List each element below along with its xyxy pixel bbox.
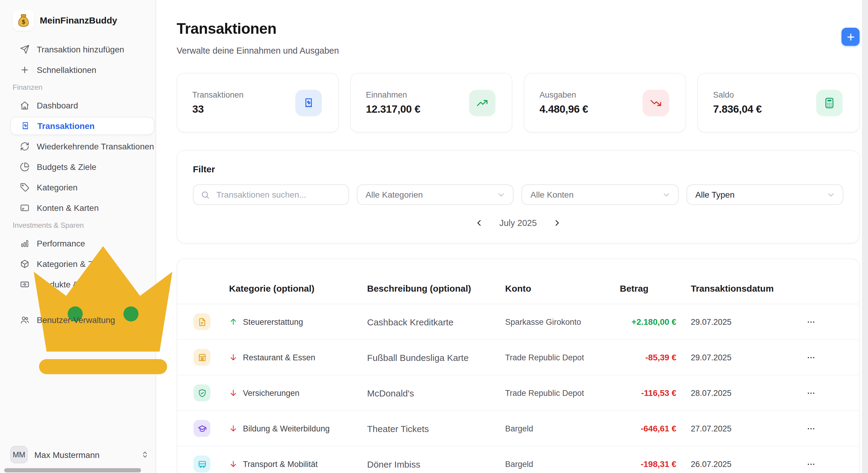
stats-row: Transaktionen 33 Einnahmen 12.317,00 € A…: [177, 73, 860, 132]
row-menu-button[interactable]: [807, 317, 815, 326]
app-name: MeinFinanzBuddy: [40, 15, 117, 25]
description-cell: Cashback Kreditkarte: [367, 317, 505, 327]
description-cell: McDonald's: [367, 388, 505, 398]
stat-label: Transaktionen: [192, 90, 244, 99]
category-icon-box: [193, 455, 210, 472]
main-content: Transaktionen Verwalte deine Einnahmen u…: [156, 0, 868, 473]
prev-month-button[interactable]: [474, 218, 485, 228]
plus-icon: [20, 65, 30, 75]
account-cell: Bargeld: [505, 460, 592, 469]
month-label: July 2025: [499, 218, 537, 228]
row-menu-button[interactable]: [807, 460, 815, 469]
filter-dropdown-alle-konten[interactable]: Alle Konten: [521, 184, 678, 205]
trending-down-icon: [650, 97, 662, 109]
graduation-cap-icon: [197, 424, 207, 433]
account-cell: Sparkasse Girokonto: [505, 317, 592, 326]
account-cell: Bargeld: [505, 424, 592, 433]
users-icon: [20, 315, 30, 325]
sidebar-item-label: Schnellaktionen: [37, 65, 96, 75]
row-menu-button[interactable]: [807, 424, 815, 433]
page-subtitle: Verwalte deine Einnahmen und Ausgaben: [177, 46, 339, 56]
user-menu[interactable]: MM Max Mustermann: [10, 446, 150, 463]
stat-card-einnahmen: Einnahmen 12.317,00 €: [350, 73, 513, 132]
sidebar-item-label: Benutzer-Verwaltung: [37, 315, 115, 325]
filter-controls: Alle Kategorien Alle Konten Alle Typen: [193, 184, 843, 205]
category-label: Transport & Mobilität: [243, 460, 318, 469]
sidebar-item-wiederkehrende-transaktionen[interactable]: Wiederkehrende Transaktionen: [10, 137, 154, 155]
user-name: Max Mustermann: [34, 450, 134, 460]
category-icon-box: [193, 349, 210, 366]
calculator-icon: [824, 97, 835, 109]
stat-label: Ausgaben: [539, 90, 588, 99]
dropdown-value: Alle Typen: [695, 190, 735, 199]
account-cell: Trade Republic Depot: [505, 388, 592, 398]
sidebar: $ MeinFinanzBuddy Transaktion hinzufügen…: [0, 0, 156, 473]
sidebar-item-label: Kategorien: [37, 183, 78, 192]
column-header-beschreibung-optional: Beschreibung (optional): [367, 283, 505, 293]
filter-dropdown-alle-kategorien[interactable]: Alle Kategorien: [356, 184, 514, 205]
sidebar-quick-actions: Transaktion hinzufügenSchnellaktionen: [0, 40, 156, 79]
category-icon-box: [193, 384, 210, 401]
next-month-button[interactable]: [551, 218, 562, 228]
sidebar-item-kategorien[interactable]: Kategorien: [10, 178, 154, 196]
horizontal-scrollbar[interactable]: [4, 468, 141, 472]
category-label: Restaurant & Essen: [243, 353, 315, 362]
svg-text:$: $: [21, 18, 25, 25]
chevron-right-icon: [553, 219, 561, 227]
app-logo: $ MeinFinanzBuddy: [0, 0, 156, 31]
account-cell: Trade Republic Depot: [505, 353, 592, 362]
arrow-up-icon: [229, 318, 238, 326]
home-icon: [20, 101, 30, 110]
table-row: Transport & Mobilität Döner Imbiss Barge…: [177, 446, 859, 473]
table-body: Steuererstattung Cashback Kreditkarte Sp…: [177, 304, 859, 473]
column-header-kategorie-optional: Kategorie (optional): [229, 283, 367, 293]
date-cell: 29.07.2025: [676, 317, 785, 326]
column-header-betrag: Betrag: [592, 283, 676, 293]
search-input-wrapper[interactable]: [193, 184, 349, 205]
row-menu-button[interactable]: [807, 353, 815, 362]
search-input[interactable]: [215, 189, 341, 200]
page-title: Transaktionen: [177, 20, 339, 37]
sidebar-item-transaktionen[interactable]: Transaktionen: [10, 117, 154, 135]
stat-value: 12.317,00 €: [366, 103, 421, 116]
table-row: Steuererstattung Cashback Kreditkarte Sp…: [177, 304, 859, 340]
sidebar-item-label: Transaktion hinzufügen: [37, 44, 124, 54]
page-header: Transaktionen Verwalte deine Einnahmen u…: [177, 20, 860, 56]
bus-icon: [197, 460, 207, 469]
sidebar-item-dashboard[interactable]: Dashboard: [10, 96, 154, 115]
arrow-down-icon: [229, 460, 238, 468]
amount-cell: -116,53 €: [592, 388, 676, 398]
sidebar-item-transaktion-hinzuf-gen[interactable]: Transaktion hinzufügen: [10, 40, 154, 58]
sidebar-section-label: Administration: [10, 297, 154, 306]
vertical-scrollbar[interactable]: [862, 0, 868, 473]
stat-card-saldo: Saldo 7.836,04 €: [698, 73, 860, 132]
category-icon-box: [193, 313, 210, 330]
category-label: Versicherungen: [243, 388, 300, 398]
sidebar-section-finanzen: Finanzen DashboardTransaktionenWiederkeh…: [0, 83, 156, 217]
row-menu-button[interactable]: [807, 388, 815, 398]
description-cell: Theater Tickets: [367, 423, 505, 434]
column-header-transaktionsdatum: Transaktionsdatum: [676, 283, 785, 293]
stat-card-ausgaben: Ausgaben 4.480,96 €: [524, 73, 686, 132]
table-row: Versicherungen McDonald's Trade Republic…: [177, 375, 859, 411]
pie-chart-icon: [20, 162, 30, 172]
receipt-icon: [303, 97, 315, 109]
stat-icon-box: [643, 90, 669, 116]
amount-cell: -198,31 €: [592, 459, 676, 469]
sidebar-item-budgets-ziele[interactable]: Budgets & Ziele: [10, 158, 154, 176]
sidebar-item-schnellaktionen[interactable]: Schnellaktionen: [10, 61, 154, 79]
category-icon-box: [193, 420, 210, 437]
date-cell: 26.07.2025: [676, 460, 785, 469]
avatar: MM: [10, 446, 28, 463]
chevron-left-icon: [475, 219, 484, 227]
amount-cell: -646,61 €: [592, 423, 676, 433]
filter-panel: Filter Alle Kategorien Alle Konten Alle …: [177, 150, 860, 244]
add-transaction-button[interactable]: [841, 28, 860, 46]
receipt-icon: [21, 121, 30, 131]
money-bag-icon: $: [13, 10, 34, 31]
filter-dropdown-alle-typen[interactable]: Alle Typen: [686, 184, 843, 205]
sidebar-sections: Finanzen DashboardTransaktionenWiederkeh…: [0, 83, 156, 329]
sidebar-section-label: Finanzen: [10, 83, 154, 92]
arrow-down-icon: [229, 389, 238, 397]
category-label: Steuererstattung: [243, 317, 303, 326]
